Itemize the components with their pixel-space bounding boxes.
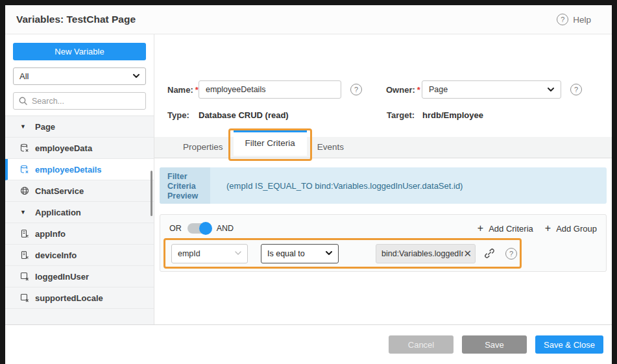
search-box (13, 92, 146, 110)
clear-value-icon[interactable]: ✕ (463, 249, 472, 258)
chevron-down-icon (235, 251, 241, 256)
criteria-help-icon[interactable]: ? (505, 248, 517, 260)
variables-dialog: Variables: TestChat Page ? Help New Vari… (5, 5, 612, 364)
tree-item-label: employeeData (35, 143, 92, 153)
device-variable-icon (20, 229, 29, 238)
tree-item-chatservice[interactable]: ChatService (5, 180, 154, 202)
tree-group-application[interactable]: ▼ Application (5, 202, 154, 223)
tree-item-loggedinuser[interactable]: loggedInUser (5, 266, 154, 287)
tree-item-deviceinfo[interactable]: deviceInfo (5, 245, 154, 266)
tree-item-supportedlocale[interactable]: supportedLocale (5, 287, 154, 309)
caret-down-icon: ▼ (20, 123, 29, 130)
add-criteria-label: Add Criteria (489, 224, 533, 234)
add-group-label: Add Group (556, 224, 597, 234)
condition-select[interactable]: Is equal to (261, 244, 339, 263)
owner-select-value: Page (429, 85, 448, 94)
model-variable-icon (20, 272, 29, 281)
tree-item-label: supportedLocale (35, 293, 103, 303)
chevron-down-icon (548, 88, 554, 92)
name-help-icon[interactable]: ? (350, 84, 362, 95)
or-and-toggle[interactable] (188, 223, 211, 234)
target-value: hrdb/Employee (422, 110, 483, 120)
help-circle-icon: ? (557, 14, 568, 25)
or-label: OR (169, 224, 182, 233)
tree-group-label: Application (35, 208, 81, 217)
dialog-header: Variables: TestChat Page ? Help (5, 5, 612, 34)
chevron-down-icon (133, 74, 139, 79)
save-and-close-button[interactable]: Save & Close (535, 335, 603, 354)
dialog-footer: Cancel Save Save & Close (5, 324, 612, 364)
toggle-knob (199, 222, 212, 235)
add-criteria-button[interactable]: + Add Criteria (478, 223, 533, 234)
bind-value-text: bind:Variables.loggedInU (381, 249, 463, 258)
editor-tabbar: Properties Filter Criteria Events (154, 137, 612, 158)
tree-item-employeedata[interactable]: employeeData (5, 138, 154, 159)
device-variable-icon (20, 250, 29, 260)
variable-type-filter-select[interactable]: All (13, 67, 146, 85)
database-variable-icon (20, 143, 29, 152)
name-label: Name:* (167, 85, 199, 95)
tree-item-label: ChatService (35, 186, 84, 196)
annotation-highlight-box: empId Is equal to bind:Variables.loggedI… (163, 238, 522, 269)
help-label: Help (573, 15, 591, 25)
bind-value-chip[interactable]: bind:Variables.loggedInU ✕ (376, 244, 476, 263)
tab-filter-criteria-label: Filter Criteria (245, 138, 295, 148)
model-variable-icon (20, 293, 29, 302)
field-combobox-value: empId (178, 249, 200, 258)
owner-select[interactable]: Page (422, 80, 561, 99)
field-combobox[interactable]: empId (171, 244, 248, 263)
tree-item-label: employeeDetails (35, 165, 102, 175)
variables-tree: ▼ Page employeeData employeeDetails (5, 115, 154, 324)
tree-item-label: deviceInfo (35, 250, 77, 260)
type-label: Type: (167, 110, 189, 120)
sidebar-scrollbar[interactable] (151, 171, 152, 216)
service-globe-icon (20, 186, 29, 195)
add-group-button[interactable]: + Add Group (545, 223, 597, 234)
preview-value: (empId IS_EQUAL_TO bind:Variables.logged… (210, 167, 607, 204)
tree-item-label: appInfo (35, 229, 66, 239)
condition-select-value: Is equal to (267, 249, 305, 258)
tree-group-page[interactable]: ▼ Page (5, 116, 154, 138)
and-label: AND (217, 224, 234, 233)
dialog-title: Variables: TestChat Page (16, 14, 136, 25)
tree-item-appinfo[interactable]: appInfo (5, 223, 154, 245)
target-label: Target: (387, 110, 415, 120)
owner-label: Owner:* (386, 85, 420, 95)
plus-icon: + (545, 223, 551, 234)
tab-events[interactable]: Events (307, 137, 354, 158)
cancel-button[interactable]: Cancel (389, 335, 454, 354)
database-variable-icon (20, 165, 29, 174)
caret-down-icon: ▼ (20, 209, 29, 215)
preview-label: Filter Criteria Preview (160, 167, 210, 204)
variables-sidebar: New Variable All ▼ Page (5, 34, 154, 324)
help-button[interactable]: ? Help (557, 14, 591, 25)
type-value: Database CRUD (read) (199, 110, 289, 120)
filter-criteria-preview: Filter Criteria Preview (empId IS_EQUAL_… (160, 167, 607, 204)
variable-editor: Name:* ? Owner:* Page ? Type: Database C… (154, 34, 612, 324)
tab-properties[interactable]: Properties (173, 137, 234, 158)
plus-icon: + (478, 223, 483, 234)
tree-item-label: loggedInUser (35, 272, 89, 282)
new-variable-button[interactable]: New Variable (13, 43, 146, 60)
tree-group-label: Page (35, 122, 55, 132)
variable-type-filter-value: All (19, 71, 29, 81)
save-button[interactable]: Save (462, 335, 527, 354)
search-input[interactable] (32, 97, 140, 106)
search-icon (19, 97, 27, 105)
chevron-down-icon (326, 251, 332, 256)
tree-item-employeedetails[interactable]: employeeDetails (5, 159, 154, 180)
owner-help-icon[interactable]: ? (570, 84, 582, 95)
bind-link-icon[interactable] (484, 248, 495, 259)
tab-filter-criteria[interactable]: Filter Criteria (234, 130, 307, 156)
name-input[interactable] (199, 80, 341, 99)
filter-criteria-panel: OR AND + Add Criteria + Add Group (160, 214, 607, 272)
